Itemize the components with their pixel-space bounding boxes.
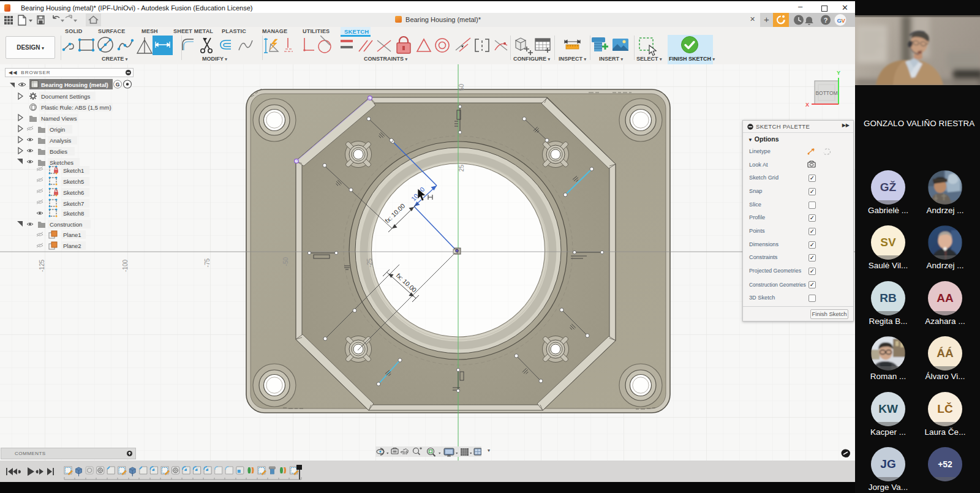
svg-text:Sketch6: Sketch6 xyxy=(63,189,84,196)
svg-text:Origin: Origin xyxy=(50,126,65,133)
svg-text:Plastic Rule: ABS (1,5 mm): Plastic Rule: ABS (1,5 mm) xyxy=(41,104,111,111)
svg-text:Plane1: Plane1 xyxy=(63,231,81,238)
svg-text:Construction: Construction xyxy=(50,221,82,228)
svg-text:-100: -100 xyxy=(122,260,129,272)
svg-text:Sketch5: Sketch5 xyxy=(63,178,84,185)
svg-text:Sketch7: Sketch7 xyxy=(63,200,84,207)
svg-text:Analysis: Analysis xyxy=(50,137,72,144)
svg-text:-125: -125 xyxy=(39,260,45,272)
svg-text:Sketches: Sketches xyxy=(50,159,74,166)
svg-text:50: 50 xyxy=(458,84,465,91)
svg-text:V: V xyxy=(842,17,846,24)
svg-text:Bearing Housing (metal): Bearing Housing (metal) xyxy=(41,81,108,88)
svg-text:Y: Y xyxy=(837,70,840,76)
svg-text:-25: -25 xyxy=(366,258,373,268)
svg-text:Sketch1: Sketch1 xyxy=(63,167,84,174)
svg-text:-50: -50 xyxy=(282,257,289,266)
svg-text:Sketch8: Sketch8 xyxy=(63,210,84,217)
svg-text:BOTTOM: BOTTOM xyxy=(815,90,837,96)
svg-text:Bodies: Bodies xyxy=(50,148,67,155)
svg-text:-75: -75 xyxy=(204,258,211,268)
svg-text:?: ? xyxy=(824,17,828,24)
svg-text:Plane2: Plane2 xyxy=(63,243,81,249)
svg-text:X: X xyxy=(805,102,809,108)
svg-text:Document Settings: Document Settings xyxy=(41,93,91,100)
svg-text:25: 25 xyxy=(458,165,465,172)
svg-text:Named Views: Named Views xyxy=(41,115,77,122)
svg-text:G: G xyxy=(116,81,120,88)
